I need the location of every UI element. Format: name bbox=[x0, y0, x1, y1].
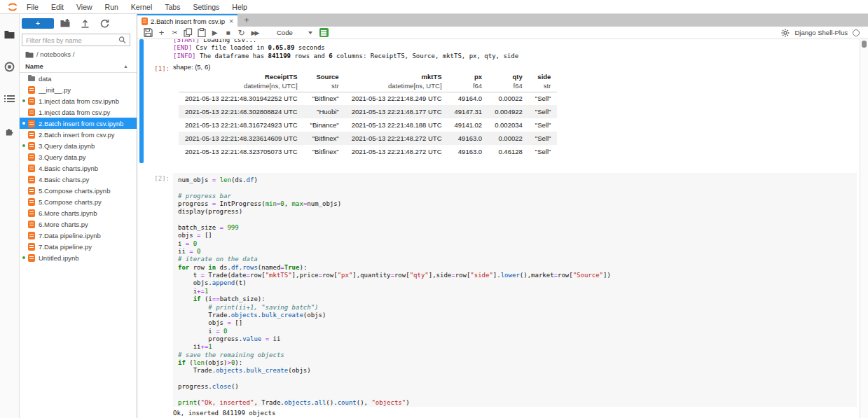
file-item[interactable]: 2.Batch insert from csv.py bbox=[20, 129, 137, 140]
running-dot-icon bbox=[21, 234, 27, 237]
file-name: 7.Data pipeline.ipynb bbox=[39, 232, 101, 239]
file-item[interactable]: 3.Query data.ipynb bbox=[20, 140, 137, 151]
extension-toolbar-icon[interactable] bbox=[319, 28, 329, 37]
menu-edit[interactable]: Edit bbox=[45, 3, 70, 11]
menu-help[interactable]: Help bbox=[226, 3, 254, 11]
scrollbar-thumb[interactable] bbox=[862, 41, 867, 48]
table-cell: 2021-05-13 22:21:48.301942252 UTC bbox=[179, 92, 304, 105]
menu-settings[interactable]: Settings bbox=[186, 3, 226, 11]
table-cell: 2021-05-13 22:21:48.323705073 UTC bbox=[179, 145, 304, 158]
file-item[interactable]: 1.Inject data from csv.py bbox=[20, 106, 137, 118]
file-item[interactable]: 5.Compose charts.ipynb bbox=[20, 185, 137, 196]
running-dot-icon bbox=[21, 155, 27, 158]
paste-cells-icon[interactable] bbox=[195, 27, 208, 39]
menu-run[interactable]: Run bbox=[99, 3, 125, 11]
file-name: 2.Batch insert from csv.ipynb bbox=[39, 120, 123, 127]
file-item[interactable]: Untitled.ipynb bbox=[20, 252, 137, 263]
file-item[interactable]: 5.Compose charts.py bbox=[20, 196, 137, 207]
close-tab-icon[interactable]: × bbox=[228, 18, 235, 25]
extension-manager-icon[interactable] bbox=[0, 115, 20, 147]
python-file-icon bbox=[28, 109, 35, 116]
copy-cells-icon[interactable] bbox=[181, 27, 195, 39]
cell2-code-editor[interactable]: num_objs = len(ds.df) # progress barprog… bbox=[173, 173, 857, 407]
file-item[interactable]: 4.Basic charts.py bbox=[20, 174, 137, 185]
kernel-status-icon bbox=[853, 29, 860, 36]
new-launcher-button[interactable]: + bbox=[22, 18, 54, 29]
dtype-cell: str bbox=[529, 82, 558, 92]
restart-kernel-icon[interactable]: ↻ bbox=[235, 27, 248, 39]
cell-type-dropdown[interactable]: Code bbox=[277, 29, 312, 36]
file-item[interactable]: 3.Query data.py bbox=[20, 151, 137, 162]
table-row: 2021-05-13 22:21:48.323614609 UTC"Bitfin… bbox=[179, 132, 557, 145]
table-row: 2021-05-13 22:21:48.301942252 UTC"Bitfin… bbox=[179, 92, 557, 105]
column-header: mktTS bbox=[345, 71, 448, 82]
upload-icon[interactable] bbox=[76, 17, 93, 29]
code-line: # progress bar bbox=[178, 193, 852, 200]
file-filter-input[interactable] bbox=[26, 36, 118, 44]
kernel-name[interactable]: Django Shell-Plus bbox=[794, 29, 848, 36]
cut-cells-icon[interactable]: ✂ bbox=[168, 27, 181, 39]
code-line: # print(ii+1, "saving batch") bbox=[178, 304, 852, 312]
menu-view[interactable]: View bbox=[70, 3, 99, 11]
file-item[interactable]: 6.More charts.ipynb bbox=[20, 207, 137, 218]
menu-items: FileEditViewRunKernelTabsSettingsHelp bbox=[20, 0, 254, 14]
breadcrumb-path: / notebooks / bbox=[36, 50, 74, 58]
code-line: progress = IntProgress(min=0, max=num_ob… bbox=[178, 200, 852, 208]
menu-bar: FileEditViewRunKernelTabsSettingsHelp bbox=[0, 0, 868, 14]
cell1-collapser[interactable] bbox=[139, 39, 144, 163]
file-name: 2.Batch insert from csv.py bbox=[39, 131, 115, 139]
menu-kernel[interactable]: Kernel bbox=[125, 3, 158, 11]
notebook-scrollbar[interactable] bbox=[860, 39, 868, 418]
table-cell: 2021-05-13 22:21:48.272 UTC bbox=[345, 145, 448, 158]
column-header: qty bbox=[488, 71, 529, 82]
file-item[interactable]: 7.Data pipeline.ipynb bbox=[20, 230, 137, 241]
table-cell: "Sell" bbox=[529, 105, 558, 118]
file-item[interactable]: 7.Data pipeline.py bbox=[20, 241, 137, 252]
menu-tabs[interactable]: Tabs bbox=[158, 3, 186, 11]
gear-icon[interactable] bbox=[781, 29, 790, 37]
table-cell: 2021-05-13 22:21:48.249 UTC bbox=[345, 92, 448, 105]
restart-run-all-icon[interactable]: ▶▶ bbox=[248, 27, 261, 39]
code-line: if (len(objs)>0): bbox=[178, 359, 852, 367]
dtype-cell: str bbox=[304, 82, 345, 92]
python-file-icon bbox=[28, 86, 35, 94]
running-dot-icon bbox=[21, 223, 27, 225]
file-name: __init__.py bbox=[39, 86, 71, 94]
code-line: if (i==batch_size): bbox=[178, 295, 852, 303]
run-cell-icon[interactable]: ▶ bbox=[208, 27, 221, 39]
file-name: data bbox=[39, 75, 52, 83]
menu-file[interactable]: File bbox=[20, 3, 45, 11]
code-line: Trade.objects.bulk_create(objs) bbox=[178, 312, 852, 319]
new-folder-icon[interactable] bbox=[57, 17, 74, 29]
jupyter-logo-icon bbox=[5, 1, 20, 13]
file-item[interactable]: 1.Inject data from csv.ipynb bbox=[20, 95, 137, 106]
running-kernels-icon[interactable] bbox=[0, 50, 20, 83]
file-item[interactable]: __init__.py bbox=[20, 84, 137, 95]
file-browser-icon[interactable] bbox=[0, 18, 20, 50]
chevron-down-icon bbox=[308, 32, 312, 34]
breadcrumb[interactable]: / notebooks / bbox=[20, 49, 137, 61]
add-cell-icon[interactable]: + bbox=[155, 27, 168, 39]
file-item[interactable]: 6.More charts.py bbox=[20, 218, 137, 230]
code-line: progress.close() bbox=[178, 383, 852, 391]
activity-rail bbox=[0, 14, 20, 418]
code-line: progress.value = ii bbox=[178, 335, 852, 343]
running-dot-icon bbox=[21, 211, 27, 214]
stop-kernel-icon[interactable]: ■ bbox=[221, 27, 235, 39]
command-list-icon[interactable] bbox=[0, 83, 20, 115]
file-item[interactable]: data bbox=[20, 73, 137, 84]
name-column-header[interactable]: Name ▲ bbox=[20, 61, 137, 73]
table-header-row: ReceiptTSSourcemktTSpxqtyside bbox=[179, 71, 557, 82]
tab-active-notebook[interactable]: 2.Batch insert from csv.ipynb × bbox=[137, 14, 237, 27]
file-item[interactable]: 4.Basic charts.ipynb bbox=[20, 162, 137, 174]
file-browser-toolbar: + bbox=[20, 14, 137, 32]
file-item[interactable]: 2.Batch insert from csv.ipynb bbox=[20, 118, 137, 129]
column-header: side bbox=[529, 71, 558, 82]
table-row: 2021-05-13 22:21:48.302808824 UTC"Huobi"… bbox=[179, 105, 557, 118]
notebook-file-icon bbox=[28, 232, 35, 239]
new-tab-button[interactable]: + bbox=[237, 14, 256, 27]
save-icon[interactable] bbox=[142, 27, 155, 39]
table-cell: "Sell" bbox=[529, 132, 558, 145]
refresh-icon[interactable] bbox=[96, 17, 113, 29]
code-line: objs = [] bbox=[178, 319, 852, 327]
